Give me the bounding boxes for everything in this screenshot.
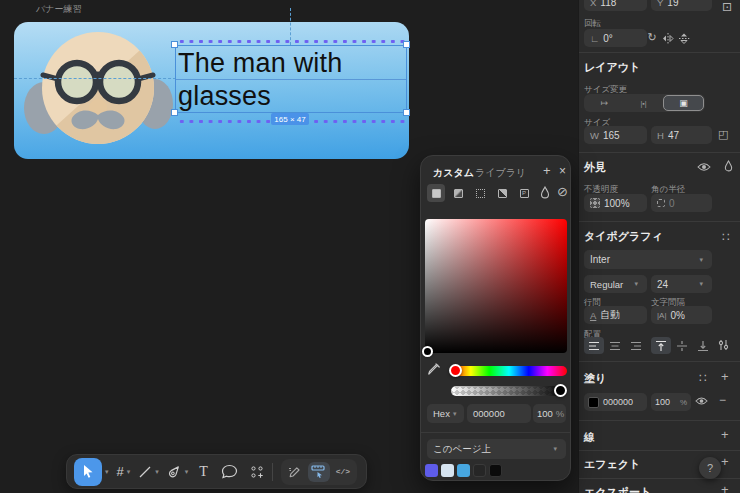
- tab-library[interactable]: ライブラリ: [475, 166, 526, 180]
- alpha-unit: %: [556, 408, 564, 419]
- shape-tool-button[interactable]: [138, 465, 152, 479]
- selection-handle-ne[interactable]: [403, 41, 410, 48]
- h-label: H: [657, 130, 664, 141]
- eyedropper-icon[interactable]: [427, 362, 441, 376]
- help-button[interactable]: ?: [699, 457, 721, 479]
- selection-handle-sw[interactable]: [171, 109, 178, 116]
- opacity-field[interactable]: 100%: [584, 194, 647, 212]
- rotation-field[interactable]: ∟ 0°: [584, 29, 647, 47]
- video-fill-icon[interactable]: [471, 184, 489, 202]
- text-align-right-button[interactable]: [626, 337, 646, 354]
- image-fill-icon[interactable]: [493, 184, 511, 202]
- add-stroke-icon[interactable]: +: [721, 428, 729, 441]
- move-tool-chevron-icon[interactable]: ▾: [105, 468, 109, 476]
- fill-opacity-field[interactable]: 100 %: [651, 393, 691, 411]
- absolute-position-icon[interactable]: ⊡: [722, 1, 732, 13]
- frame-name-label[interactable]: バナー練習: [36, 3, 81, 16]
- add-effect-icon[interactable]: +: [721, 455, 729, 468]
- resize-fixed-button[interactable]: ▣: [663, 95, 704, 111]
- close-icon[interactable]: ×: [559, 164, 566, 178]
- appearance-section-title: 外見: [584, 160, 606, 175]
- rotate-90-icon[interactable]: ↻: [645, 32, 659, 43]
- swatch-dark-gray[interactable]: [473, 464, 486, 477]
- hue-handle[interactable]: [449, 364, 462, 377]
- pen-tool-button[interactable]: [167, 464, 182, 479]
- hue-slider[interactable]: [451, 366, 567, 376]
- fill-styles-icon[interactable]: ∷: [699, 372, 707, 384]
- opacity-value: 100%: [604, 198, 630, 209]
- font-weight-dropdown[interactable]: Regular ▾: [584, 275, 647, 293]
- add-export-icon[interactable]: +: [721, 483, 729, 493]
- pen-tool-chevron-icon[interactable]: ▾: [185, 468, 189, 476]
- y-position-field[interactable]: Y 19: [651, 0, 712, 11]
- shape-tool-chevron-icon[interactable]: ▾: [155, 468, 159, 476]
- draw-mode-button[interactable]: [284, 462, 306, 482]
- selection-handle-nw[interactable]: [171, 41, 178, 48]
- text-align-left-button[interactable]: [584, 337, 604, 354]
- no-color-icon[interactable]: ⊘: [557, 184, 568, 199]
- actions-grid-icon: [250, 465, 264, 479]
- resize-fill-button[interactable]: ↦: [585, 95, 624, 111]
- hex-label: Hex: [433, 408, 450, 419]
- alignment-guide-horizontal: [14, 78, 176, 79]
- pattern-fill-icon[interactable]: P: [515, 184, 533, 202]
- add-style-button[interactable]: +: [543, 163, 551, 178]
- fill-color-swatch[interactable]: [588, 397, 599, 408]
- swatch-pale-blue[interactable]: [441, 464, 454, 477]
- alpha-value-input[interactable]: 100 %: [533, 404, 566, 423]
- frame-tool-chevron-icon[interactable]: ▾: [127, 468, 131, 476]
- blend-droplet-icon[interactable]: [540, 186, 550, 199]
- flip-vertical-icon[interactable]: [677, 33, 691, 44]
- swatch-sky-blue[interactable]: [457, 464, 470, 477]
- saturation-brightness-area[interactable]: [425, 219, 567, 353]
- x-label: X: [590, 0, 596, 8]
- chevron-down-icon: ▾: [634, 280, 638, 288]
- dev-mode-button[interactable]: </>: [332, 462, 354, 482]
- frame-tool-button[interactable]: #: [117, 464, 124, 479]
- fill-color-field[interactable]: 000000: [584, 393, 647, 411]
- color-format-dropdown[interactable]: Hex ▾: [427, 404, 464, 423]
- height-field[interactable]: H 47: [651, 126, 712, 144]
- type-settings-icon[interactable]: ∷: [722, 231, 730, 243]
- move-tool-button[interactable]: [74, 458, 102, 486]
- add-fill-icon[interactable]: +: [721, 370, 729, 383]
- selection-box[interactable]: [175, 45, 407, 113]
- type-details-sliders-icon[interactable]: [718, 339, 729, 351]
- comment-tool-button[interactable]: [221, 464, 238, 479]
- corner-radius-field[interactable]: 0: [651, 194, 712, 212]
- remove-fill-icon[interactable]: −: [719, 394, 726, 406]
- alpha-handle[interactable]: [554, 384, 567, 397]
- resize-hug-button[interactable]: |▪|: [624, 95, 663, 111]
- vertical-align-middle-button[interactable]: [672, 337, 692, 354]
- swatch-scope-dropdown[interactable]: このページ上 ▾: [427, 439, 566, 459]
- selection-handle-se[interactable]: [403, 109, 410, 116]
- letter-spacing-field[interactable]: |A| 0%: [651, 306, 712, 324]
- flip-horizontal-icon[interactable]: [661, 33, 675, 44]
- gradient-fill-icon[interactable]: [449, 184, 467, 202]
- text-tool-button[interactable]: T: [199, 464, 208, 480]
- chevron-down-icon: ▾: [699, 256, 703, 264]
- visibility-eye-icon[interactable]: [697, 162, 711, 172]
- line-height-field[interactable]: A 自動: [584, 306, 647, 324]
- swatch-black[interactable]: [489, 464, 502, 477]
- font-size-dropdown[interactable]: 24 ▾: [651, 275, 712, 293]
- width-field[interactable]: W 165: [584, 126, 647, 144]
- design-mode-button[interactable]: [308, 462, 330, 482]
- alpha-slider[interactable]: [451, 386, 567, 396]
- color-cursor[interactable]: [422, 346, 433, 357]
- actions-button[interactable]: [250, 465, 264, 479]
- hex-value-input[interactable]: 000000: [467, 404, 531, 423]
- comment-bubble-icon: [221, 464, 238, 479]
- tab-custom[interactable]: カスタム: [433, 166, 474, 180]
- vertical-align-top-button[interactable]: [651, 337, 671, 354]
- blend-droplet-icon[interactable]: [724, 160, 733, 172]
- fill-section-title: 塗り: [584, 371, 606, 386]
- solid-fill-icon[interactable]: [427, 184, 445, 202]
- swatch-purple[interactable]: [425, 464, 438, 477]
- fill-visibility-eye-icon[interactable]: [695, 396, 708, 406]
- x-position-field[interactable]: X 118: [584, 0, 647, 11]
- vertical-align-bottom-button[interactable]: [693, 337, 713, 354]
- text-align-center-button[interactable]: [605, 337, 625, 354]
- constrain-proportions-icon[interactable]: ◰: [718, 129, 728, 140]
- font-family-dropdown[interactable]: Inter ▾: [584, 250, 712, 269]
